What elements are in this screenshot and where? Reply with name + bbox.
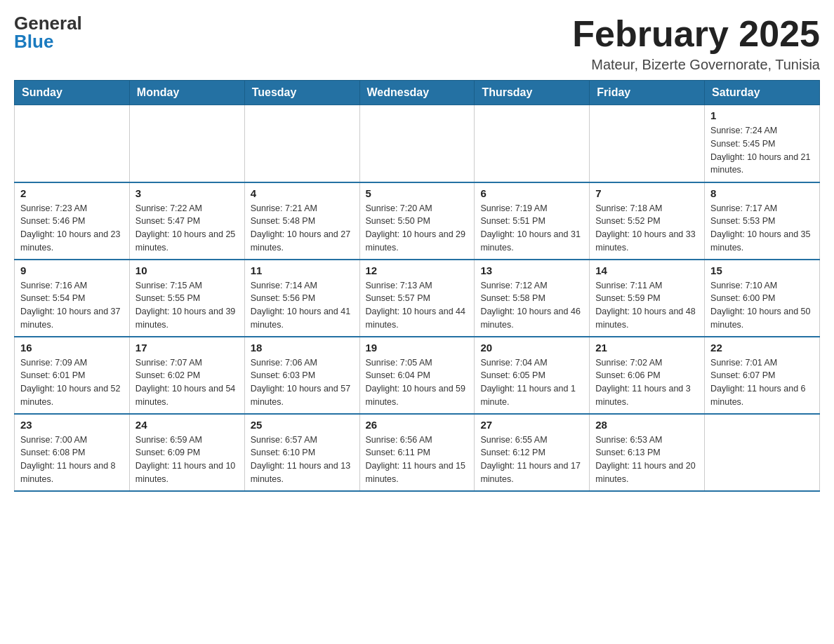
day-info: Sunrise: 7:15 AMSunset: 5:55 PMDaylight:…	[135, 279, 239, 332]
header-sunday: Sunday	[15, 81, 130, 105]
day-number: 25	[251, 419, 354, 431]
calendar-cell: 9Sunrise: 7:16 AMSunset: 5:54 PMDaylight…	[15, 260, 130, 337]
day-info: Sunrise: 7:17 AMSunset: 5:53 PMDaylight:…	[710, 202, 814, 255]
day-number: 16	[20, 342, 124, 354]
day-number: 21	[595, 342, 699, 354]
calendar-cell: 11Sunrise: 7:14 AMSunset: 5:56 PMDayligh…	[244, 260, 359, 337]
calendar-cell: 6Sunrise: 7:19 AMSunset: 5:51 PMDaylight…	[475, 182, 590, 260]
day-info: Sunrise: 6:55 AMSunset: 6:12 PMDaylight:…	[480, 434, 583, 486]
calendar-week-1: 1Sunrise: 7:24 AMSunset: 5:45 PMDaylight…	[15, 105, 820, 182]
day-info: Sunrise: 7:16 AMSunset: 5:54 PMDaylight:…	[20, 279, 124, 332]
day-number: 12	[366, 264, 469, 276]
calendar-cell	[475, 105, 590, 182]
calendar-cell: 28Sunrise: 6:53 AMSunset: 6:13 PMDayligh…	[590, 414, 705, 491]
day-number: 6	[480, 187, 583, 199]
calendar-cell	[15, 105, 130, 182]
header-monday: Monday	[129, 81, 244, 105]
day-info: Sunrise: 6:57 AMSunset: 6:10 PMDaylight:…	[251, 434, 354, 486]
calendar-table: Sunday Monday Tuesday Wednesday Thursday…	[14, 80, 820, 492]
day-info: Sunrise: 7:02 AMSunset: 6:06 PMDaylight:…	[595, 356, 699, 409]
day-number: 20	[480, 342, 583, 354]
day-info: Sunrise: 7:24 AMSunset: 5:45 PMDaylight:…	[710, 124, 814, 177]
day-number: 11	[251, 264, 354, 276]
day-number: 9	[20, 264, 124, 276]
header-tuesday: Tuesday	[244, 81, 359, 105]
day-number: 13	[480, 264, 583, 276]
calendar-cell: 20Sunrise: 7:04 AMSunset: 6:05 PMDayligh…	[475, 337, 590, 414]
day-number: 15	[710, 264, 814, 276]
calendar-cell: 3Sunrise: 7:22 AMSunset: 5:47 PMDaylight…	[129, 182, 244, 260]
day-number: 10	[135, 264, 239, 276]
calendar-cell: 27Sunrise: 6:55 AMSunset: 6:12 PMDayligh…	[475, 414, 590, 491]
calendar-cell: 21Sunrise: 7:02 AMSunset: 6:06 PMDayligh…	[590, 337, 705, 414]
title-block: February 2025 Mateur, Bizerte Governorat…	[572, 14, 820, 73]
day-number: 2	[20, 187, 124, 199]
day-number: 7	[595, 187, 699, 199]
day-number: 19	[366, 342, 469, 354]
calendar-cell: 1Sunrise: 7:24 AMSunset: 5:45 PMDaylight…	[705, 105, 820, 182]
calendar-cell: 18Sunrise: 7:06 AMSunset: 6:03 PMDayligh…	[244, 337, 359, 414]
calendar-cell: 7Sunrise: 7:18 AMSunset: 5:52 PMDaylight…	[590, 182, 705, 260]
day-info: Sunrise: 7:04 AMSunset: 6:05 PMDaylight:…	[480, 356, 583, 409]
calendar-cell: 23Sunrise: 7:00 AMSunset: 6:08 PMDayligh…	[15, 414, 130, 491]
calendar-cell	[590, 105, 705, 182]
header-saturday: Saturday	[705, 81, 820, 105]
calendar-cell: 24Sunrise: 6:59 AMSunset: 6:09 PMDayligh…	[129, 414, 244, 491]
calendar-cell: 16Sunrise: 7:09 AMSunset: 6:01 PMDayligh…	[15, 337, 130, 414]
calendar-cell: 13Sunrise: 7:12 AMSunset: 5:58 PMDayligh…	[475, 260, 590, 337]
day-info: Sunrise: 7:20 AMSunset: 5:50 PMDaylight:…	[366, 202, 469, 255]
calendar-cell: 15Sunrise: 7:10 AMSunset: 6:00 PMDayligh…	[705, 260, 820, 337]
calendar-cell: 22Sunrise: 7:01 AMSunset: 6:07 PMDayligh…	[705, 337, 820, 414]
day-number: 4	[251, 187, 354, 199]
day-info: Sunrise: 7:00 AMSunset: 6:08 PMDaylight:…	[20, 434, 124, 486]
header-thursday: Thursday	[475, 81, 590, 105]
calendar-cell: 12Sunrise: 7:13 AMSunset: 5:57 PMDayligh…	[359, 260, 475, 337]
calendar-week-5: 23Sunrise: 7:00 AMSunset: 6:08 PMDayligh…	[15, 414, 820, 491]
day-info: Sunrise: 7:01 AMSunset: 6:07 PMDaylight:…	[710, 356, 814, 409]
calendar-cell	[129, 105, 244, 182]
day-number: 8	[710, 187, 814, 199]
calendar-header-row: Sunday Monday Tuesday Wednesday Thursday…	[15, 81, 820, 105]
day-info: Sunrise: 7:23 AMSunset: 5:46 PMDaylight:…	[20, 202, 124, 255]
day-number: 26	[366, 419, 469, 431]
calendar-cell	[244, 105, 359, 182]
calendar-cell: 17Sunrise: 7:07 AMSunset: 6:02 PMDayligh…	[129, 337, 244, 414]
calendar-cell	[705, 414, 820, 491]
day-info: Sunrise: 7:13 AMSunset: 5:57 PMDaylight:…	[366, 279, 469, 332]
day-info: Sunrise: 6:53 AMSunset: 6:13 PMDaylight:…	[595, 434, 699, 486]
calendar-week-2: 2Sunrise: 7:23 AMSunset: 5:46 PMDaylight…	[15, 182, 820, 260]
calendar-week-3: 9Sunrise: 7:16 AMSunset: 5:54 PMDaylight…	[15, 260, 820, 337]
day-info: Sunrise: 6:56 AMSunset: 6:11 PMDaylight:…	[366, 434, 469, 486]
day-number: 5	[366, 187, 469, 199]
calendar-cell: 8Sunrise: 7:17 AMSunset: 5:53 PMDaylight…	[705, 182, 820, 260]
header-wednesday: Wednesday	[359, 81, 475, 105]
day-number: 14	[595, 264, 699, 276]
calendar-cell: 14Sunrise: 7:11 AMSunset: 5:59 PMDayligh…	[590, 260, 705, 337]
day-number: 1	[710, 109, 814, 121]
day-number: 18	[251, 342, 354, 354]
day-info: Sunrise: 7:12 AMSunset: 5:58 PMDaylight:…	[480, 279, 583, 332]
page-header: General Blue February 2025 Mateur, Bizer…	[14, 14, 820, 73]
day-info: Sunrise: 7:21 AMSunset: 5:48 PMDaylight:…	[251, 202, 354, 255]
day-info: Sunrise: 7:10 AMSunset: 6:00 PMDaylight:…	[710, 279, 814, 332]
month-title: February 2025	[572, 14, 820, 54]
day-info: Sunrise: 7:19 AMSunset: 5:51 PMDaylight:…	[480, 202, 583, 255]
calendar-cell: 2Sunrise: 7:23 AMSunset: 5:46 PMDaylight…	[15, 182, 130, 260]
day-number: 24	[135, 419, 239, 431]
day-number: 23	[20, 419, 124, 431]
day-info: Sunrise: 7:09 AMSunset: 6:01 PMDaylight:…	[20, 356, 124, 409]
day-number: 22	[710, 342, 814, 354]
day-info: Sunrise: 7:06 AMSunset: 6:03 PMDaylight:…	[251, 356, 354, 409]
calendar-cell: 19Sunrise: 7:05 AMSunset: 6:04 PMDayligh…	[359, 337, 475, 414]
calendar-cell: 10Sunrise: 7:15 AMSunset: 5:55 PMDayligh…	[129, 260, 244, 337]
day-info: Sunrise: 6:59 AMSunset: 6:09 PMDaylight:…	[135, 434, 239, 486]
day-info: Sunrise: 7:11 AMSunset: 5:59 PMDaylight:…	[595, 279, 699, 332]
calendar-cell: 25Sunrise: 6:57 AMSunset: 6:10 PMDayligh…	[244, 414, 359, 491]
day-number: 17	[135, 342, 239, 354]
calendar-cell: 5Sunrise: 7:20 AMSunset: 5:50 PMDaylight…	[359, 182, 475, 260]
logo: General Blue	[14, 14, 82, 51]
day-info: Sunrise: 7:14 AMSunset: 5:56 PMDaylight:…	[251, 279, 354, 332]
day-info: Sunrise: 7:22 AMSunset: 5:47 PMDaylight:…	[135, 202, 239, 255]
day-number: 28	[595, 419, 699, 431]
logo-general-text: General	[14, 14, 82, 32]
